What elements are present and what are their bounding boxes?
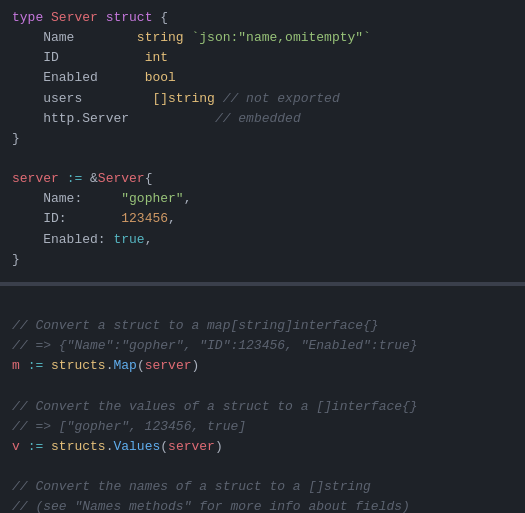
top-panel: type Server struct { Name string `json:"…	[0, 0, 525, 282]
code-line-6: http.Server // embedded	[12, 109, 513, 129]
code-line-8: server := &Server{	[12, 169, 513, 189]
b-code-line-7: // Convert the names of a struct to a []…	[12, 477, 513, 497]
code-line-4: Enabled bool	[12, 68, 513, 88]
b-code-line-6: v := structs.Values(server)	[12, 437, 513, 457]
code-line-12: }	[12, 250, 513, 270]
b-code-line-5: // => ["gopher", 123456, true]	[12, 417, 513, 437]
b-code-line-4: // Convert the values of a struct to a […	[12, 397, 513, 417]
code-line-2: Name string `json:"name,omitempty"`	[12, 28, 513, 48]
code-line-7: }	[12, 129, 513, 149]
bottom-panel: // Convert a struct to a map[string]inte…	[0, 286, 525, 513]
b-blank-line-3	[12, 457, 513, 477]
code-line-3: ID int	[12, 48, 513, 68]
b-code-line-1: // Convert a struct to a map[string]inte…	[12, 316, 513, 336]
b-code-line-2: // => {"Name":"gopher", "ID":123456, "En…	[12, 336, 513, 356]
code-line-5: users []string // not exported	[12, 89, 513, 109]
code-line-10: ID: 123456,	[12, 209, 513, 229]
b-blank-line-2	[12, 376, 513, 396]
blank-line-1	[12, 149, 513, 169]
b-blank-line-1	[12, 296, 513, 316]
b-code-line-8: // (see "Names methods" for more info ab…	[12, 497, 513, 513]
code-line-11: Enabled: true,	[12, 230, 513, 250]
code-line-9: Name: "gopher",	[12, 189, 513, 209]
code-line-1: type Server struct {	[12, 8, 513, 28]
b-code-line-3: m := structs.Map(server)	[12, 356, 513, 376]
